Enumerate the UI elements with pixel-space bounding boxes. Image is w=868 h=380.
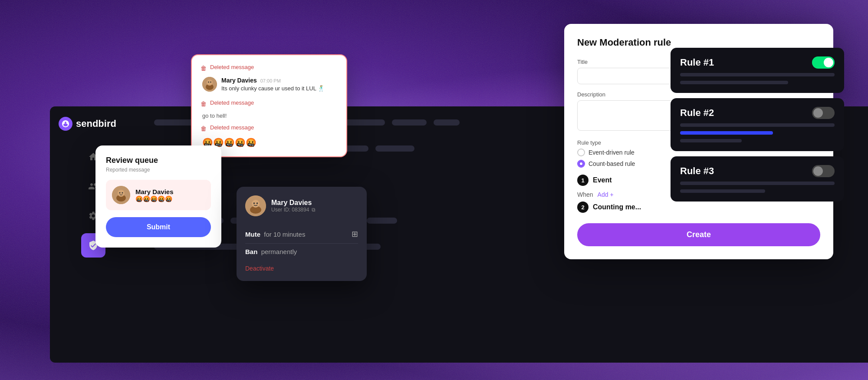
ban-label: Ban permanently <box>245 248 297 255</box>
deleted-text-3: 🤬🤬🤬🤬🤬 <box>202 137 338 148</box>
rule-card-1: Rule #1 <box>671 48 844 93</box>
trash-icon-2: 🗑 <box>201 100 207 107</box>
moderation-rule-title: New Moderation rule <box>577 37 820 48</box>
review-queue-card: Review queue Reported message Mary Davie… <box>95 145 221 248</box>
brand-name: sendbird <box>76 118 116 129</box>
mute-label: Mute for 10 minutes <box>245 231 305 238</box>
mary-avatar-1 <box>202 77 217 92</box>
rule-2-header: Rule #2 <box>680 107 835 119</box>
submit-button[interactable]: Submit <box>106 217 211 237</box>
svg-point-2 <box>118 190 125 197</box>
step-1-label: Event <box>593 176 612 184</box>
reported-user-avatar <box>112 186 130 204</box>
user-action-avatar <box>245 195 266 216</box>
deactivate-button[interactable]: Deactivate <box>245 265 274 272</box>
rule-1-title: Rule #1 <box>680 57 714 68</box>
placeholder-pill <box>375 145 414 152</box>
svg-point-9 <box>210 82 211 83</box>
svg-point-4 <box>122 192 123 194</box>
rule-card-2: Rule #2 <box>671 98 844 151</box>
svg-point-12 <box>252 200 260 208</box>
rule-2-bar-3 <box>680 139 742 142</box>
step-2-number: 2 <box>577 202 589 213</box>
reported-user-name: Mary Davies <box>135 188 205 195</box>
rule-3-bar-1 <box>680 182 835 185</box>
placeholder-pill <box>367 218 397 224</box>
rule-2-toggle[interactable] <box>812 107 835 119</box>
reported-message-box: Mary Davies 🤬🤬🤬🤬🤬 <box>106 180 211 210</box>
user-action-card: Mary Davies User ID: 083894 ⧉ Mute for 1… <box>237 187 367 281</box>
mary-message-header: Mary Davies 07:00 PM <box>221 77 338 84</box>
svg-point-14 <box>256 202 258 204</box>
user-action-id: User ID: 083894 ⧉ <box>271 207 358 213</box>
count-based-label: Count-based rule <box>589 160 635 167</box>
review-queue-title: Review queue <box>106 156 211 165</box>
mary-name-1: Mary Davies <box>221 77 257 84</box>
reported-info: Mary Davies 🤬🤬🤬🤬🤬 <box>135 188 205 202</box>
logo: sendbird <box>50 117 137 131</box>
rule-3-toggle[interactable] <box>812 165 835 177</box>
rule-1-bar-1 <box>680 73 835 76</box>
mary-text-1: Its only clunky cause ur used to it LUL … <box>221 85 338 93</box>
mute-action-row: Mute for 10 minutes ⊞ <box>245 225 358 244</box>
user-action-header: Mary Davies User ID: 083894 ⧉ <box>245 195 358 216</box>
sliders-icon[interactable]: ⊞ <box>352 229 358 239</box>
event-driven-label: Event-driven rule <box>589 149 635 156</box>
placeholder-pill <box>392 119 427 126</box>
deleted-messages-card: 🗑 Deleted message Mary Davies 07:00 PM <box>191 54 347 157</box>
deleted-text-2: go to hell! <box>202 112 338 119</box>
rule-1-bar-2 <box>680 81 788 84</box>
svg-point-8 <box>208 82 209 83</box>
ban-action-row: Ban permanently <box>245 244 358 260</box>
copy-icon[interactable]: ⧉ <box>312 207 316 213</box>
rule-3-header: Rule #3 <box>680 165 835 177</box>
rule-card-3: Rule #3 <box>671 156 844 202</box>
deleted-row-2: 🗑 Deleted message <box>201 99 338 107</box>
add-link[interactable]: Add + <box>598 191 614 198</box>
deleted-label-3: Deleted message <box>210 124 254 131</box>
deleted-row-1: 🗑 Deleted message <box>201 64 338 72</box>
step-2-label: Counting me... <box>593 203 641 211</box>
rule-2-bar-2 <box>680 131 773 135</box>
reported-message-text: 🤬🤬🤬🤬🤬 <box>135 195 205 202</box>
rule-3-bar-2 <box>680 189 765 193</box>
review-queue-subtitle: Reported message <box>106 167 211 173</box>
user-action-info: Mary Davies User ID: 083894 ⧉ <box>271 199 358 213</box>
trash-icon-3: 🗑 <box>201 125 207 132</box>
user-id-text: User ID: 083894 <box>271 207 309 213</box>
user-action-name: Mary Davies <box>271 199 358 207</box>
count-based-radio[interactable] <box>577 160 585 168</box>
event-driven-radio[interactable] <box>577 149 585 156</box>
mary-time-1: 07:00 PM <box>260 78 281 83</box>
step-1-number: 1 <box>577 175 589 186</box>
placeholder-pill <box>434 119 460 126</box>
deleted-label-1: Deleted message <box>210 64 254 70</box>
rule-3-title: Rule #3 <box>680 165 714 177</box>
when-label: When <box>577 191 593 198</box>
rule-2-bar-1 <box>680 123 835 127</box>
rule-1-header: Rule #1 <box>680 56 835 69</box>
logo-icon <box>59 117 72 131</box>
message-row-mary: Mary Davies 07:00 PM Its only clunky cau… <box>202 77 338 93</box>
mary-message-content: Mary Davies 07:00 PM Its only clunky cau… <box>221 77 338 93</box>
svg-point-13 <box>253 202 255 204</box>
rule-2-title: Rule #2 <box>680 107 714 119</box>
rule-1-toggle[interactable] <box>812 56 835 69</box>
trash-icon-1: 🗑 <box>201 65 207 72</box>
deleted-label-2: Deleted message <box>210 99 254 106</box>
deleted-row-3: 🗑 Deleted message <box>201 124 338 132</box>
create-button[interactable]: Create <box>577 223 820 246</box>
rules-panel: Rule #1 Rule #2 Rule #3 <box>671 48 844 202</box>
svg-point-7 <box>207 79 213 86</box>
step-2: 2 Counting me... <box>577 202 820 213</box>
svg-point-3 <box>119 192 121 194</box>
